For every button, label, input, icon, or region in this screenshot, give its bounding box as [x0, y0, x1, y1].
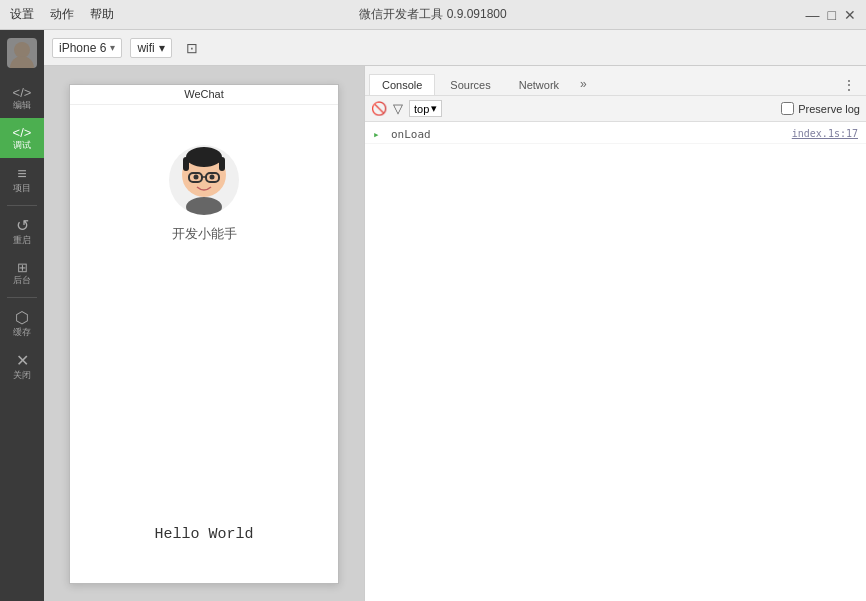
- main-layout: </> 编辑 </> 调试 ≡ 项目 ↺ 重启 ⊞ 后台 ⬡ 缓存 ✕ 关闭: [0, 30, 866, 601]
- phone-preview: WeChat: [44, 66, 364, 601]
- devtools-menu-button[interactable]: ⋮: [838, 75, 860, 95]
- filter-dropdown[interactable]: top ▾: [409, 100, 442, 117]
- devtools-panel: Console Sources Network » ⋮ 🚫: [364, 66, 866, 601]
- tab-sources[interactable]: Sources: [437, 74, 503, 95]
- sidebar-item-debug[interactable]: </> 调试: [0, 118, 44, 158]
- cache-icon: ⬡: [15, 310, 29, 326]
- sidebar-item-cache-label: 缓存: [13, 328, 31, 337]
- filter-icon[interactable]: ▽: [393, 101, 403, 116]
- devtools-content: ▸ onLoad index.1s:17: [365, 122, 866, 601]
- content-area: iPhone 6 ▾ wifi ▾ ⊡ WeChat: [44, 30, 866, 601]
- filter-value: top: [414, 103, 429, 115]
- menu-actions[interactable]: 动作: [50, 6, 74, 23]
- preserve-log-checkbox[interactable]: [781, 102, 794, 115]
- console-arrow-0: ▸: [373, 128, 383, 141]
- svg-point-3: [186, 147, 222, 167]
- debug-icon: </>: [13, 126, 32, 139]
- restart-icon: ↺: [16, 218, 29, 234]
- sidebar-item-restart[interactable]: ↺ 重启: [0, 210, 44, 253]
- svg-point-1: [10, 56, 34, 68]
- phone-content: 开发小能手 Hello World: [70, 105, 338, 583]
- backend-icon: ⊞: [17, 261, 28, 274]
- avatar: [7, 38, 37, 68]
- sidebar-item-editor[interactable]: </> 编辑: [0, 78, 44, 118]
- window-controls[interactable]: — □ ✕: [806, 7, 856, 23]
- devtools-toolbar: 🚫 ▽ top ▾ Preserve log: [365, 96, 866, 122]
- phone-avatar: [169, 145, 239, 215]
- svg-point-9: [194, 174, 199, 179]
- svg-point-11: [186, 197, 222, 215]
- svg-rect-4: [183, 157, 189, 171]
- sidebar-item-close-label: 关闭: [13, 371, 31, 380]
- device-dropdown-arrow: ▾: [110, 42, 115, 53]
- tab-network[interactable]: Network: [506, 74, 572, 95]
- sidebar-item-restart-label: 重启: [13, 236, 31, 245]
- svg-point-10: [210, 174, 215, 179]
- more-tabs-button[interactable]: »: [574, 73, 593, 95]
- devtools-tabs: Console Sources Network » ⋮: [365, 66, 866, 96]
- menu-bar[interactable]: 设置 动作 帮助: [10, 6, 114, 23]
- console-line-0: ▸ onLoad index.1s:17: [365, 126, 866, 144]
- phone-frame: WeChat: [69, 84, 339, 584]
- sidebar-item-editor-label: 编辑: [13, 101, 31, 110]
- sidebar-item-close[interactable]: ✕ 关闭: [0, 345, 44, 388]
- phone-app-title: WeChat: [184, 88, 224, 100]
- menu-settings[interactable]: 设置: [10, 6, 34, 23]
- network-label: wifi: [137, 41, 154, 55]
- preserve-log-toggle[interactable]: Preserve log: [781, 102, 860, 115]
- sidebar-item-backend-label: 后台: [13, 276, 31, 285]
- filter-dropdown-arrow: ▾: [431, 102, 437, 115]
- network-selector[interactable]: wifi ▾: [130, 38, 171, 58]
- project-icon: ≡: [17, 166, 26, 182]
- phone-status-bar: WeChat: [70, 85, 338, 105]
- sidebar-item-cache[interactable]: ⬡ 缓存: [0, 302, 44, 345]
- maximize-button[interactable]: □: [828, 7, 836, 23]
- network-dropdown-arrow: ▾: [159, 41, 165, 55]
- close-icon: ✕: [16, 353, 29, 369]
- sidebar: </> 编辑 </> 调试 ≡ 项目 ↺ 重启 ⊞ 后台 ⬡ 缓存 ✕ 关闭: [0, 30, 44, 601]
- minimize-button[interactable]: —: [806, 7, 820, 23]
- sidebar-item-project-label: 项目: [13, 184, 31, 193]
- sidebar-divider-2: [7, 297, 37, 298]
- rotate-icon[interactable]: ⊡: [184, 38, 200, 58]
- console-location-0[interactable]: index.1s:17: [792, 128, 858, 139]
- svg-point-0: [14, 42, 30, 58]
- sidebar-item-backend[interactable]: ⊞ 后台: [0, 253, 44, 293]
- sidebar-item-project[interactable]: ≡ 项目: [0, 158, 44, 201]
- phone-avatar-area: 开发小能手: [169, 145, 239, 243]
- phone-username: 开发小能手: [172, 225, 237, 243]
- device-label: iPhone 6: [59, 41, 106, 55]
- title-bar: 设置 动作 帮助 微信开发者工具 0.9.091800 — □ ✕: [0, 0, 866, 30]
- console-text-0: onLoad: [391, 128, 784, 141]
- sidebar-item-debug-label: 调试: [13, 141, 31, 150]
- close-button[interactable]: ✕: [844, 7, 856, 23]
- toolbar: iPhone 6 ▾ wifi ▾ ⊡: [44, 30, 866, 66]
- phone-hello-text: Hello World: [154, 526, 253, 543]
- window-title: 微信开发者工具 0.9.091800: [359, 6, 506, 23]
- split-pane: WeChat: [44, 66, 866, 601]
- svg-rect-5: [219, 157, 225, 171]
- clear-console-icon[interactable]: 🚫: [371, 101, 387, 116]
- device-selector[interactable]: iPhone 6 ▾: [52, 38, 122, 58]
- editor-icon: </>: [13, 86, 32, 99]
- sidebar-divider-1: [7, 205, 37, 206]
- tab-console[interactable]: Console: [369, 74, 435, 95]
- menu-help[interactable]: 帮助: [90, 6, 114, 23]
- preserve-log-label: Preserve log: [798, 103, 860, 115]
